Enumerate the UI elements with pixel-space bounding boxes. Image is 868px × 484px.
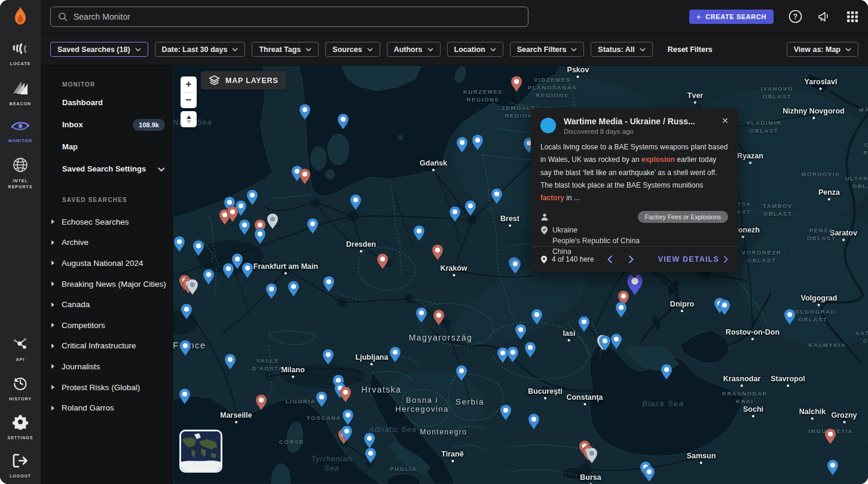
zoom-in-button[interactable]: + [181, 76, 197, 92]
map-pin[interactable] [255, 394, 268, 413]
map-pin[interactable] [524, 341, 537, 360]
map-pin[interactable] [224, 353, 237, 372]
sidebar-item-locate[interactable]: LOCATE [2, 41, 38, 68]
map-pin[interactable] [267, 213, 279, 232]
map-tilt-control[interactable] [181, 111, 197, 127]
map-pin[interactable] [307, 218, 319, 237]
filter-chip-date[interactable]: Date: Last 30 days [155, 42, 246, 57]
search-input[interactable]: Search Monitor [50, 7, 528, 27]
map-pin[interactable] [299, 103, 311, 122]
panel-item-inbox[interactable]: Inbox108.9k [41, 114, 173, 136]
minimap[interactable] [179, 430, 222, 473]
map-pin[interactable] [491, 188, 503, 207]
sidebar-item-intel-reports[interactable]: INTEL REPORTS [2, 157, 38, 191]
next-icon[interactable] [628, 255, 634, 264]
map-pin[interactable] [173, 235, 186, 255]
threat-tag-pill[interactable]: Factory Fires or Explosions [638, 211, 728, 223]
map-pin[interactable] [350, 194, 362, 213]
panel-item-map[interactable]: Map [41, 136, 173, 158]
prev-icon[interactable] [607, 255, 613, 264]
map-pin[interactable] [340, 386, 352, 405]
saved-search-item[interactable]: Critical Infrastructure [41, 336, 173, 357]
saved-search-item[interactable]: Competitors [41, 315, 173, 336]
sidebar-item-api[interactable]: API [2, 336, 38, 363]
map-pin[interactable] [433, 309, 445, 328]
map-pin[interactable] [507, 346, 519, 365]
map-pin[interactable] [365, 447, 377, 466]
map-pin[interactable] [377, 253, 389, 272]
saved-search-item[interactable]: Echosec Searches [41, 212, 173, 232]
filter-chip-location[interactable]: Location [447, 42, 503, 57]
zoom-out-button[interactable]: − [181, 93, 197, 108]
map-pin[interactable] [299, 168, 311, 187]
map-pin[interactable] [323, 275, 335, 295]
map-pin[interactable] [413, 225, 426, 244]
create-search-button[interactable]: +CREATE SEARCH [689, 10, 774, 24]
map-pin[interactable] [316, 391, 328, 410]
map-pin[interactable] [464, 200, 477, 219]
saved-search-item[interactable]: Breaking News (Major Cities) [41, 274, 173, 295]
saved-search-item[interactable]: Augusta National 2024 [41, 253, 173, 274]
map-pin[interactable] [643, 465, 656, 484]
filter-chip-status[interactable]: Status: All [591, 42, 652, 57]
map-canvas[interactable]: PskovYaroslavlTverNizhny NovgorodRyazanG… [173, 66, 868, 484]
map-pin[interactable] [449, 206, 461, 225]
map-pin[interactable] [222, 262, 235, 281]
map-pin[interactable] [179, 339, 192, 359]
sidebar-item-settings[interactable]: SETTINGS [2, 414, 38, 442]
sidebar-item-history[interactable]: HISTORY [2, 375, 38, 403]
map-pin[interactable] [824, 428, 837, 447]
reset-filters-button[interactable]: Reset Filters [668, 45, 713, 54]
sidebar-item-monitor[interactable]: MONITOR [2, 120, 38, 145]
map-pin[interactable] [586, 447, 598, 466]
map-pin[interactable] [784, 308, 796, 327]
map-pin[interactable] [227, 206, 239, 225]
sidebar-item-beacon[interactable]: BEACON [2, 80, 38, 108]
saved-search-item[interactable]: Protest Risks (Global) [41, 377, 173, 398]
filter-chip-authors[interactable]: Authors [387, 42, 441, 57]
map-pin[interactable] [322, 348, 335, 367]
announcements-button[interactable] [817, 10, 832, 23]
close-icon[interactable]: ✕ [722, 116, 729, 125]
map-pin[interactable] [203, 268, 215, 287]
map-pin[interactable] [181, 303, 193, 322]
map-pin[interactable] [265, 283, 278, 302]
map-pin[interactable] [389, 346, 402, 365]
map-pin[interactable] [827, 459, 839, 478]
map-pin[interactable] [288, 280, 300, 299]
map-pin[interactable] [246, 189, 259, 208]
map-pin[interactable] [661, 363, 673, 382]
saved-search-item[interactable]: Journalists [41, 356, 173, 377]
panel-item-saved-search-settings[interactable]: Saved Search Settings [41, 158, 173, 180]
map-pin[interactable] [341, 425, 353, 444]
view-as-dropdown[interactable]: View as: Map [787, 42, 858, 57]
filter-chip-threat-tags[interactable]: Threat Tags [252, 42, 319, 57]
map-pin[interactable] [456, 136, 469, 155]
flashpoint-logo[interactable] [13, 5, 28, 29]
map-pin[interactable] [719, 299, 731, 318]
saved-search-item[interactable]: Archive [41, 232, 173, 253]
sidebar-item-logout[interactable]: LOGOUT [2, 454, 38, 480]
map-pin[interactable] [511, 75, 523, 94]
map-pin[interactable] [415, 307, 428, 326]
view-details-link[interactable]: VIEW DETAILS [658, 255, 728, 264]
apps-grid-button[interactable] [846, 11, 858, 23]
filter-chip-saved-searches[interactable]: Saved Searches (18) [50, 42, 148, 57]
map-pin[interactable] [578, 315, 591, 335]
map-pin[interactable] [242, 262, 254, 281]
map-pin[interactable] [500, 404, 512, 423]
map-layers-button[interactable]: MAP LAYERS [201, 71, 286, 90]
map-pin[interactable] [610, 333, 623, 352]
filter-chip-sources[interactable]: Sources [325, 42, 380, 57]
map-pin[interactable] [509, 258, 522, 277]
help-button[interactable]: ? [788, 10, 802, 23]
map-pin[interactable] [472, 134, 484, 153]
map-pin[interactable] [456, 364, 468, 384]
map-pin[interactable] [187, 278, 199, 298]
map-pin[interactable] [192, 240, 205, 259]
map-pin[interactable] [239, 219, 251, 238]
map-pin[interactable] [528, 413, 540, 432]
map-pin[interactable] [432, 244, 444, 263]
map-pin[interactable] [179, 388, 191, 407]
saved-search-item[interactable]: Roland Garros [41, 397, 173, 418]
